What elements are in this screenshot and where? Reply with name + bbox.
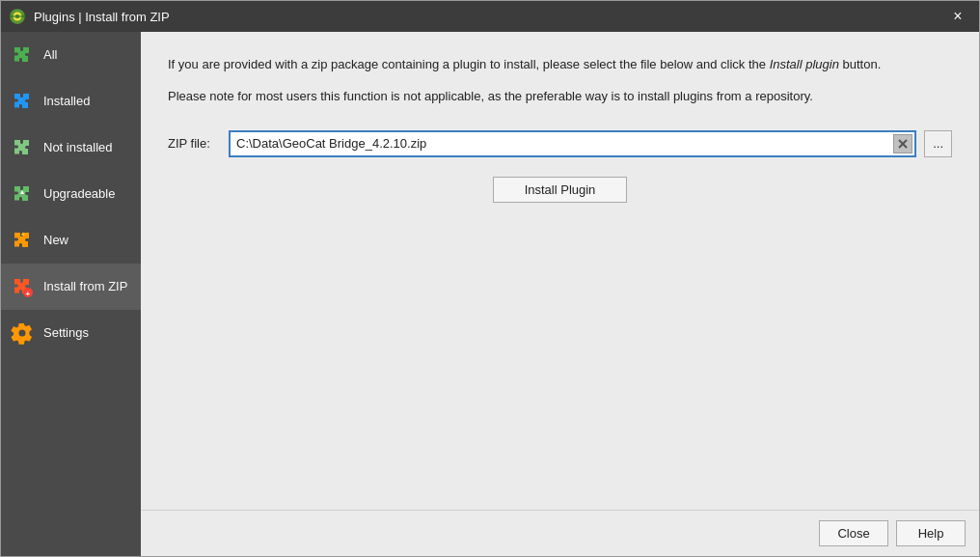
sidebar-item-installed[interactable]: Installed — [1, 78, 141, 125]
gear-settings-icon — [11, 321, 34, 345]
sidebar-item-upgradeable-label: Upgradeable — [43, 186, 115, 202]
title-bar-left: Plugins | Install from ZIP — [9, 8, 170, 25]
install-button-row: Install Plugin — [168, 177, 952, 203]
help-button[interactable]: Help — [896, 520, 966, 546]
bottom-bar: Close Help — [141, 510, 979, 556]
puzzle-upgradeable-icon — [11, 182, 34, 206]
info-text-part2: button. — [839, 57, 881, 71]
window-title: Plugins | Install from ZIP — [34, 10, 170, 24]
content-area: All Installed Not installed — [1, 32, 979, 556]
qgis-logo-icon — [9, 8, 26, 25]
sidebar-item-new[interactable]: New — [1, 217, 141, 264]
info-paragraph-2: Please note for most users this function… — [168, 87, 952, 107]
zip-file-label: ZIP file: — [168, 136, 221, 151]
install-plugin-button[interactable]: Install Plugin — [493, 177, 628, 203]
sidebar-item-new-label: New — [43, 233, 68, 248]
puzzle-all-icon — [11, 43, 34, 67]
close-button[interactable]: Close — [819, 520, 888, 546]
puzzle-installed-icon — [11, 90, 34, 113]
main-panel: If you are provided with a zip package c… — [141, 32, 979, 556]
info-paragraph-1: If you are provided with a zip package c… — [168, 55, 952, 75]
svg-text:+: + — [26, 290, 31, 298]
sidebar-item-settings-label: Settings — [43, 325, 89, 341]
main-window: Plugins | Install from ZIP × All Install… — [0, 0, 980, 557]
zip-file-input[interactable] — [229, 130, 916, 157]
sidebar-item-not-installed[interactable]: Not installed — [1, 125, 141, 171]
zip-clear-button[interactable] — [893, 134, 912, 153]
sidebar: All Installed Not installed — [1, 32, 141, 556]
svg-rect-3 — [10, 15, 25, 17]
browse-button[interactable]: ... — [924, 130, 952, 157]
zip-input-wrapper — [229, 130, 916, 157]
sidebar-item-installed-label: Installed — [43, 94, 90, 109]
info-text-italic: Install plugin — [770, 57, 839, 71]
main-content: If you are provided with a zip package c… — [141, 32, 979, 510]
puzzle-new-icon — [11, 229, 34, 252]
sidebar-item-not-installed-label: Not installed — [43, 140, 113, 155]
title-bar: Plugins | Install from ZIP × — [1, 1, 979, 32]
puzzle-install-zip-icon: + — [11, 275, 34, 298]
clear-icon — [898, 139, 908, 149]
close-window-button[interactable]: × — [944, 5, 971, 28]
sidebar-item-install-from-zip[interactable]: + Install from ZIP — [1, 264, 141, 310]
zip-file-row: ZIP file: ... — [168, 130, 952, 157]
info-text-part1: If you are provided with a zip package c… — [168, 57, 770, 71]
sidebar-item-install-from-zip-label: Install from ZIP — [43, 279, 127, 294]
sidebar-item-all-label: All — [43, 47, 57, 63]
sidebar-item-all[interactable]: All — [1, 32, 141, 78]
sidebar-item-upgradeable[interactable]: Upgradeable — [1, 171, 141, 217]
sidebar-item-settings[interactable]: Settings — [1, 310, 141, 356]
puzzle-not-installed-icon — [11, 136, 34, 159]
